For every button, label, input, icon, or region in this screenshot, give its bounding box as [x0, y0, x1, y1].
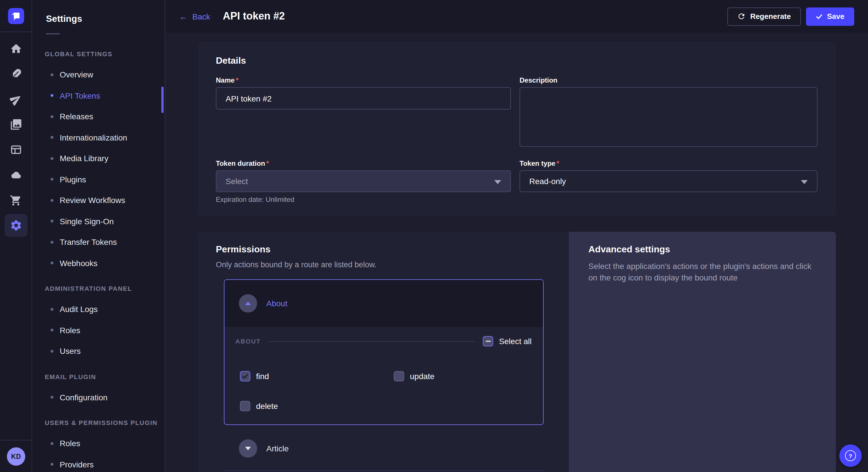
sidebar-item-single-sign-on[interactable]: Single Sign-On	[32, 211, 165, 232]
description-label: Description	[520, 76, 557, 84]
bullet-icon	[51, 178, 53, 181]
token-duration-label: Token duration*	[216, 160, 269, 167]
bullet-icon	[51, 463, 53, 466]
rail-item-media-library[interactable]	[3, 112, 28, 137]
required-asterisk: *	[267, 160, 269, 167]
sidebar-item-overview[interactable]: Overview	[32, 64, 165, 85]
details-title: Details	[216, 55, 246, 66]
rail-item-content-manager[interactable]	[3, 137, 28, 162]
scroll-content: Details Name* Description Token duration…	[165, 33, 868, 472]
back-label: Back	[192, 12, 210, 21]
about-accordion-header[interactable]: About	[224, 280, 543, 327]
required-asterisk: *	[557, 160, 559, 167]
delete-checkbox[interactable]	[240, 401, 250, 411]
bullet-icon	[51, 73, 53, 76]
sidebar-item-internationalization[interactable]: Internationalization	[32, 127, 165, 148]
duration-helper-text: Expiration date: Unlimited	[216, 195, 294, 203]
find-checkbox[interactable]	[240, 371, 250, 381]
regenerate-label: Regenerate	[750, 12, 791, 21]
collapse-toggle-button[interactable]	[239, 294, 257, 312]
action-update: update	[394, 371, 529, 381]
bullet-icon	[51, 136, 53, 139]
token-duration-select[interactable]: Select	[216, 170, 511, 192]
bullet-icon	[51, 220, 53, 223]
advanced-settings-description: Select the application's actions or the …	[588, 260, 822, 283]
sidebar-item-media-library[interactable]: Media Library	[32, 148, 165, 169]
sidebar-item-providers[interactable]: Providers	[32, 454, 165, 472]
chevron-down-icon	[494, 180, 501, 184]
description-input[interactable]	[520, 87, 817, 147]
rail-item-deploy[interactable]	[3, 162, 28, 188]
save-label: Save	[827, 12, 844, 21]
send-icon	[9, 93, 22, 105]
permissions-card: Permissions Only actions bound by a rout…	[198, 232, 836, 472]
select-all-label: Select all	[499, 337, 532, 346]
section-administration-panel: ADMINISTRATION PANEL	[32, 276, 165, 299]
token-type-select[interactable]: Read-only	[520, 170, 817, 192]
actions-grid: find update delete	[240, 371, 529, 411]
sidebar-item-admin-roles[interactable]: Roles	[32, 320, 165, 341]
back-link[interactable]: ← Back	[179, 12, 210, 21]
token-type-label: Token type*	[520, 160, 559, 167]
bullet-icon	[51, 157, 53, 160]
accordion-divider	[224, 470, 544, 471]
rail-item-releases[interactable]	[3, 87, 28, 112]
settings-subnav: Settings GLOBAL SETTINGS Overview API To…	[32, 0, 165, 472]
expand-toggle-button[interactable]	[239, 439, 257, 458]
rail-item-settings[interactable]	[3, 213, 28, 238]
chevron-up-icon	[245, 302, 251, 305]
main-nav-rail: KD	[0, 0, 32, 472]
save-button[interactable]: Save	[806, 7, 854, 26]
accordion-name: About	[267, 299, 287, 308]
bullet-icon	[51, 241, 53, 244]
article-accordion-header[interactable]: Article	[224, 425, 544, 472]
rail-icon-list	[0, 32, 32, 238]
check-icon	[242, 373, 249, 380]
sidebar-item-configuration[interactable]: Configuration	[32, 387, 165, 408]
refresh-icon	[737, 12, 746, 21]
gear-icon	[9, 219, 22, 232]
sidebar-item-transfer-tokens[interactable]: Transfer Tokens	[32, 232, 165, 252]
strapi-admin-app: KD Settings GLOBAL SETTINGS Overview API…	[0, 0, 868, 472]
sidebar-item-audit-logs[interactable]: Audit Logs	[32, 299, 165, 320]
sidebar-item-webhooks[interactable]: Webhooks	[32, 252, 165, 274]
section-email-plugin: EMAIL PLUGIN	[32, 364, 165, 387]
rail-footer: KD	[0, 440, 32, 472]
sidebar-item-api-tokens[interactable]: API Tokens	[32, 85, 165, 106]
sidebar-item-releases[interactable]: Releases	[32, 106, 165, 127]
rail-item-home[interactable]	[3, 36, 28, 61]
name-input[interactable]	[216, 87, 511, 109]
sidebar-item-up-roles[interactable]: Roles	[32, 433, 165, 454]
feather-icon	[9, 68, 22, 80]
home-icon	[9, 42, 22, 55]
cart-icon	[10, 194, 22, 206]
sidebar-item-review-workflows[interactable]: Review Workflows	[32, 190, 165, 211]
strapi-logo[interactable]	[0, 0, 32, 32]
help-button[interactable]: ?	[839, 444, 862, 467]
chevron-down-icon	[801, 180, 808, 184]
required-asterisk: *	[236, 76, 238, 84]
rail-item-marketplace[interactable]	[3, 188, 28, 213]
layout-icon	[9, 143, 22, 156]
indeterminate-dash-icon	[485, 341, 491, 342]
media-icon	[9, 118, 22, 131]
bullet-icon	[51, 329, 53, 332]
section-global-settings: GLOBAL SETTINGS	[32, 41, 165, 64]
sidebar-item-users[interactable]: Users	[32, 341, 165, 362]
bullet-icon	[51, 199, 53, 202]
rail-item-content[interactable]	[3, 61, 28, 87]
main-content: ← Back API token #2 Regenerate Save	[165, 0, 868, 472]
token-duration-value: Select	[226, 177, 248, 186]
regenerate-button[interactable]: Regenerate	[727, 7, 801, 26]
about-accordion: About ABOUT Select all	[224, 279, 544, 425]
action-delete: delete	[240, 401, 394, 411]
subnav-scrollbar-thumb[interactable]	[161, 87, 164, 113]
sidebar-item-plugins[interactable]: Plugins	[32, 169, 165, 190]
back-arrow-icon: ←	[179, 12, 188, 21]
token-type-value: Read-only	[529, 177, 566, 186]
bullet-icon	[51, 442, 53, 445]
user-avatar[interactable]: KD	[7, 447, 25, 465]
permissions-subtitle: Only actions bound by a route are listed…	[216, 260, 377, 269]
update-checkbox[interactable]	[394, 371, 404, 381]
select-all-checkbox[interactable]	[483, 336, 493, 346]
